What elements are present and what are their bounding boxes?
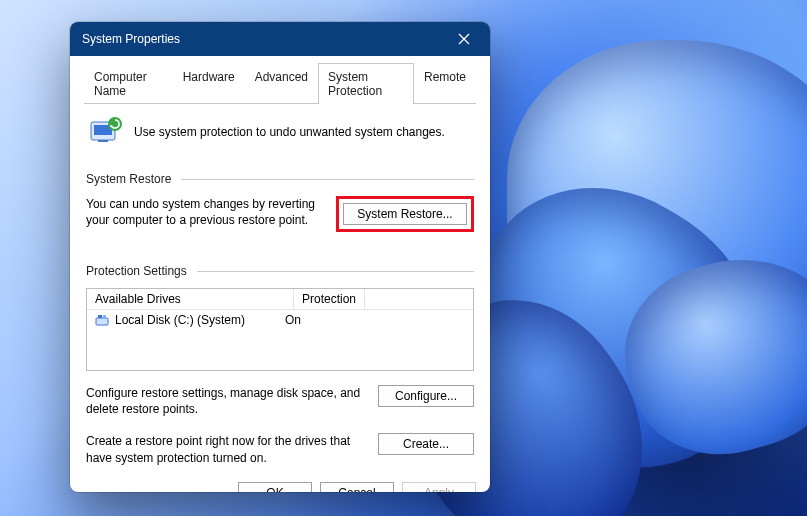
svg-rect-5 xyxy=(98,315,102,318)
info-text: Use system protection to undo unwanted s… xyxy=(134,125,445,139)
col-available-drives[interactable]: Available Drives xyxy=(87,289,294,309)
divider xyxy=(181,179,474,180)
tab-computer-name[interactable]: Computer Name xyxy=(84,63,173,104)
tab-system-protection[interactable]: System Protection xyxy=(318,63,414,104)
system-restore-desc: You can undo system changes by reverting… xyxy=(86,196,322,228)
system-restore-button[interactable]: System Restore... xyxy=(343,203,467,225)
configure-button[interactable]: Configure... xyxy=(378,385,474,407)
tab-advanced[interactable]: Advanced xyxy=(245,63,318,104)
table-row[interactable]: Local Disk (C:) (System) On xyxy=(87,310,473,330)
svg-rect-2 xyxy=(98,140,108,142)
group-protection-settings-title: Protection Settings xyxy=(86,264,187,278)
create-desc: Create a restore point right now for the… xyxy=(86,433,364,465)
dialog-footer: OK Cancel Apply xyxy=(70,472,490,492)
col-protection[interactable]: Protection xyxy=(294,289,365,309)
drive-name: Local Disk (C:) (System) xyxy=(115,313,245,327)
annotation-highlight: System Restore... xyxy=(336,196,474,232)
protection-drives-table[interactable]: Available Drives Protection Local Disk (… xyxy=(86,288,474,371)
close-icon xyxy=(458,33,470,45)
drive-icon xyxy=(95,313,109,327)
tab-remote[interactable]: Remote xyxy=(414,63,476,104)
group-system-restore-title: System Restore xyxy=(86,172,171,186)
drive-protection-status: On xyxy=(285,313,301,327)
system-protection-icon xyxy=(88,114,124,150)
svg-rect-6 xyxy=(103,315,106,318)
system-properties-dialog: System Properties Computer Name Hardware… xyxy=(70,22,490,492)
cancel-button[interactable]: Cancel xyxy=(320,482,394,492)
window-title: System Properties xyxy=(82,32,180,46)
tab-hardware[interactable]: Hardware xyxy=(173,63,245,104)
divider xyxy=(197,271,474,272)
close-button[interactable] xyxy=(442,22,486,56)
title-bar[interactable]: System Properties xyxy=(70,22,490,56)
svg-rect-4 xyxy=(96,318,108,325)
apply-button[interactable]: Apply xyxy=(402,482,476,492)
configure-desc: Configure restore settings, manage disk … xyxy=(86,385,364,417)
create-button[interactable]: Create... xyxy=(378,433,474,455)
svg-point-3 xyxy=(108,117,122,131)
tab-strip: Computer Name Hardware Advanced System P… xyxy=(84,62,476,104)
ok-button[interactable]: OK xyxy=(238,482,312,492)
